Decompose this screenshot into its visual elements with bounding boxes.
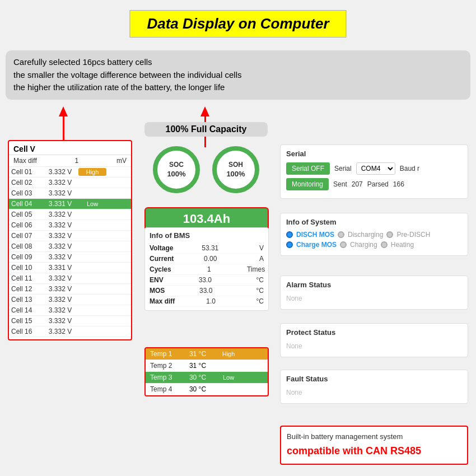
bms-row-value: 33.0 bbox=[199, 287, 212, 295]
temp-value: 31 °C bbox=[181, 362, 214, 370]
heating-radio bbox=[381, 241, 388, 248]
temp-panel: Temp 131 °CHighTemp 231 °CTemp 330 °CLow… bbox=[144, 347, 269, 396]
cell-name: Cell 15 bbox=[11, 317, 42, 325]
temp-name: Temp 1 bbox=[150, 350, 181, 358]
temp-row: Temp 131 °CHigh bbox=[146, 348, 268, 360]
bms-row-value: 0.00 bbox=[204, 255, 217, 263]
serial-off-button[interactable]: Serial OFF bbox=[286, 162, 330, 175]
cell-name: Cell 04 bbox=[11, 200, 42, 208]
charge-mos-radio bbox=[286, 241, 293, 248]
bms-row-unit: Times bbox=[247, 265, 264, 273]
bms-row-value: 1 bbox=[207, 265, 211, 273]
cell-name: Cell 03 bbox=[11, 189, 42, 197]
bms-row-unit: °C bbox=[247, 297, 264, 305]
bms-row-label: Cycles bbox=[150, 265, 171, 273]
bms-title: Info of BMS bbox=[150, 231, 264, 240]
alarm-panel: Alarm Status None bbox=[280, 276, 468, 310]
bms-row-value: 53.31 bbox=[202, 244, 218, 252]
system-title: Info of System bbox=[286, 218, 462, 226]
disch-mos-label: DISCH MOS bbox=[296, 231, 334, 239]
protect-title: Protect Status bbox=[286, 328, 462, 337]
cell-row: Cell 013.332 VHigh bbox=[9, 167, 131, 178]
svg-text:SOH: SOH bbox=[228, 161, 243, 169]
cell-name: Cell 01 bbox=[11, 168, 42, 176]
protect-value: None bbox=[286, 340, 462, 352]
temp-row: Temp 330 °CLow bbox=[146, 372, 268, 384]
temp-row: Temp 231 °C bbox=[146, 360, 268, 372]
desc-line1: Carefully selected 16pcs battery cells bbox=[13, 56, 463, 69]
cell-panel: Cell V Max diff 1 mV Cell 013.332 VHighC… bbox=[8, 140, 132, 340]
cell-voltage: 3.332 V bbox=[42, 317, 78, 325]
temp-value: 31 °C bbox=[181, 350, 214, 358]
heating-label: Heating bbox=[391, 241, 414, 249]
page-title: Data Display on Computer bbox=[129, 10, 346, 38]
temp-rows: Temp 131 °CHighTemp 231 °CTemp 330 °CLow… bbox=[146, 348, 268, 395]
bms-row-label: MOS bbox=[150, 287, 165, 295]
bms-row-unit: °C bbox=[247, 276, 264, 284]
bms-row: Max diff1.0°C bbox=[150, 296, 264, 307]
com-select[interactable]: COM4 bbox=[356, 162, 395, 175]
cell-row: Cell 153.332 V bbox=[9, 316, 131, 326]
cell-voltage: 3.332 V bbox=[42, 253, 78, 261]
bms-row-value: 1.0 bbox=[206, 297, 216, 305]
cell-voltage: 3.332 V bbox=[42, 242, 78, 250]
baud-label: Baud r bbox=[400, 165, 419, 172]
bms-row-unit: V bbox=[247, 244, 264, 252]
cell-voltage: 3.332 V bbox=[42, 179, 78, 186]
cell-row: Cell 053.332 V bbox=[9, 209, 131, 220]
max-diff-unit: mV bbox=[116, 157, 127, 165]
discharging-radio bbox=[338, 231, 344, 238]
bms-row: Current0.00A bbox=[150, 254, 264, 264]
bms-row: Voltage53.31V bbox=[150, 243, 264, 254]
cell-row: Cell 083.332 V bbox=[9, 241, 131, 252]
desc-line3: the higher the utilization rate of the b… bbox=[13, 81, 463, 94]
cell-name: Cell 08 bbox=[11, 242, 42, 250]
desc-line2: the smaller the voltage difference betwe… bbox=[13, 69, 463, 82]
monitoring-button[interactable]: Monitoring bbox=[286, 178, 329, 190]
serial-title: Serial bbox=[286, 150, 462, 158]
cell-voltage: 3.332 V bbox=[42, 211, 78, 218]
cell-row: Cell 163.332 V bbox=[9, 326, 131, 337]
bms-row-label: ENV bbox=[150, 276, 164, 284]
bms-row-label: Voltage bbox=[150, 244, 173, 252]
charging-label: Charging bbox=[350, 241, 377, 249]
fault-value: None bbox=[286, 386, 462, 399]
bms-row-label: Current bbox=[150, 255, 174, 263]
bms-row-label: Max diff bbox=[150, 297, 175, 305]
temp-tag: Low bbox=[214, 374, 242, 381]
cell-voltage: 3.332 V bbox=[42, 189, 78, 197]
parsed-label: Parsed bbox=[367, 180, 389, 188]
cell-name: Cell 06 bbox=[11, 221, 42, 229]
description-box: Carefully selected 16pcs battery cells t… bbox=[6, 50, 470, 100]
cell-name: Cell 10 bbox=[11, 264, 42, 272]
cell-name: Cell 14 bbox=[11, 306, 42, 314]
pre-disch-radio bbox=[386, 231, 393, 238]
cell-name: Cell 16 bbox=[11, 328, 42, 335]
cell-voltage: 3.331 V bbox=[42, 200, 78, 208]
discharging-label: Discharging bbox=[348, 231, 383, 239]
alarm-title: Alarm Status bbox=[286, 281, 462, 289]
bms-rows: Voltage53.31VCurrent0.00ACycles1TimesENV… bbox=[150, 243, 264, 307]
bms-panel: Info of BMS Voltage53.31VCurrent0.00ACyc… bbox=[144, 227, 269, 311]
cell-row: Cell 043.331 VLow bbox=[9, 199, 131, 209]
cell-voltage: 3.332 V bbox=[42, 306, 78, 314]
temp-value: 30 °C bbox=[181, 385, 214, 393]
full-capacity-label: 100% Full Capacity bbox=[144, 122, 268, 137]
serial-row-1: Serial OFF Serial COM4 Baud r bbox=[286, 162, 462, 175]
cell-voltage: 3.332 V bbox=[42, 274, 78, 282]
bms-row: Cycles1Times bbox=[150, 264, 264, 275]
cell-panel-header: Cell V bbox=[9, 141, 131, 155]
circles-area: SOC 100% SOH 100% bbox=[144, 144, 268, 195]
temp-row: Temp 430 °C bbox=[146, 384, 268, 395]
cell-row: Cell 023.332 V bbox=[9, 178, 131, 188]
cell-row: Cell 113.332 V bbox=[9, 273, 131, 284]
cell-voltage: 3.332 V bbox=[42, 221, 78, 229]
cell-voltage: 3.332 V bbox=[42, 168, 78, 176]
cell-rows: Cell 013.332 VHighCell 023.332 VCell 033… bbox=[9, 167, 131, 337]
builtin-text: Built-in battery management system compa… bbox=[280, 426, 468, 465]
bms-row: ENV33.0°C bbox=[150, 275, 264, 286]
bms-row-value: 33.0 bbox=[199, 276, 212, 284]
soh-circle: SOH 100% bbox=[211, 144, 261, 195]
protect-panel: Protect Status None bbox=[280, 323, 468, 357]
cell-voltage: 3.331 V bbox=[42, 264, 78, 272]
